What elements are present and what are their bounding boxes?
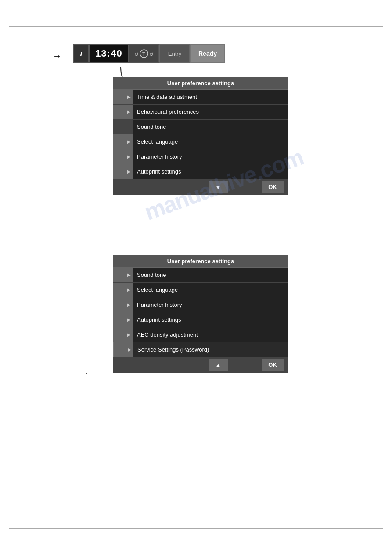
menu1-item-autoprint-btn[interactable]: ▶	[113, 164, 133, 179]
menu1-item-time-btn[interactable]: ▶	[113, 90, 133, 104]
chevron-right-icon: ▶	[128, 347, 131, 352]
menu1-item-time[interactable]: ▶ Time & date adjustment	[113, 90, 288, 105]
chevron-right-icon: ▶	[127, 139, 131, 144]
chevron-right-icon: ▶	[127, 317, 131, 322]
menu2-item-service-settings-btn[interactable]: ▶	[114, 342, 133, 357]
arrow-status: →	[53, 51, 61, 61]
chevron-right-icon: ▶	[127, 332, 131, 337]
menu2-scroll-up-button[interactable]: ▲	[209, 359, 228, 371]
menu2-item-service-settings-label: Service Settings (Password)	[133, 346, 288, 353]
chevron-right-icon: ▶	[127, 169, 131, 174]
menu1-item-time-label: Time & date adjustment	[133, 94, 288, 100]
status-bar-entry: Entry	[159, 44, 190, 63]
chevron-right-icon: ▶	[127, 302, 131, 307]
menu2-item-aec-btn[interactable]: ▶	[113, 327, 133, 342]
menu-container-1: User preference settings ▶ Time & date a…	[113, 77, 288, 195]
chevron-right-icon: ▶	[127, 109, 131, 114]
menu2-item-language-label: Select language	[133, 287, 288, 293]
menu2-item-language-btn[interactable]: ▶	[113, 283, 133, 297]
menu2-item-soundtone-label: Sound tone	[133, 272, 288, 278]
menu1-item-soundtone[interactable]: Sound tone	[113, 120, 288, 134]
chevron-right-icon: ▶	[127, 272, 131, 277]
menu2-item-language[interactable]: ▶ Select language	[113, 283, 288, 297]
menu1-ok-button[interactable]: OK	[262, 181, 284, 193]
status-bar: i 13:40 ↺ T ↺ Entry Ready	[73, 44, 225, 63]
status-bar-ready: Ready	[190, 44, 225, 63]
status-bar-icons: ↺ T ↺	[129, 44, 159, 63]
menu1-item-language[interactable]: ▶ Select language	[113, 134, 288, 149]
menu2-item-service-settings[interactable]: ▶ Service Settings (Password)	[113, 342, 288, 357]
menu2-item-aec[interactable]: ▶ AEC density adjustment	[113, 327, 288, 342]
menu2-item-autoprint-btn[interactable]: ▶	[113, 312, 133, 327]
menu2-item-soundtone[interactable]: ▶ Sound tone	[113, 268, 288, 283]
svg-text:↺: ↺	[134, 51, 139, 58]
menu1-item-soundtone-btn	[113, 120, 133, 134]
menu1-title: User preference settings	[113, 77, 288, 90]
arrow-service: →	[80, 368, 89, 378]
status-bar-time: 13:40	[89, 44, 129, 63]
chevron-right-icon: ▶	[127, 94, 131, 99]
svg-text:T: T	[142, 51, 145, 57]
menu1-item-behavioural[interactable]: ▶ Behavioural preferences	[113, 105, 288, 120]
bottom-rule	[9, 528, 383, 529]
menu1-item-param-history-label: Parameter history	[133, 153, 288, 160]
menu1-item-param-history-btn[interactable]: ▶	[113, 149, 133, 164]
menu2-item-autoprint[interactable]: ▶ Autoprint settings	[113, 312, 288, 327]
menu2-item-param-history-label: Parameter history	[133, 301, 288, 308]
menu2-item-param-history[interactable]: ▶ Parameter history	[113, 297, 288, 312]
menu1-item-behavioural-btn[interactable]: ▶	[113, 105, 133, 119]
menu1-item-soundtone-label: Sound tone	[133, 123, 288, 130]
menu1-footer: ▼ OK	[113, 179, 288, 195]
status-bar-i: i	[73, 44, 89, 63]
menu1-item-param-history[interactable]: ▶ Parameter history	[113, 149, 288, 164]
menu2-title: User preference settings	[113, 255, 288, 268]
menu1-item-language-btn[interactable]: ▶	[113, 134, 133, 149]
svg-text:↺: ↺	[149, 51, 154, 58]
menu1-item-language-label: Select language	[133, 138, 288, 145]
menu2-footer: ▲ OK	[113, 357, 288, 373]
menu1-scroll-down-button[interactable]: ▼	[209, 181, 228, 193]
menu1-item-autoprint-label: Autoprint settings	[133, 168, 288, 175]
menu1-item-behavioural-label: Behavioural preferences	[133, 109, 288, 115]
top-rule	[9, 26, 383, 27]
menu1-item-autoprint[interactable]: ▶ Autoprint settings	[113, 164, 288, 179]
menu2-item-autoprint-label: Autoprint settings	[133, 316, 288, 323]
status-icons-svg: ↺ T ↺	[133, 47, 155, 60]
chevron-right-icon: ▶	[127, 287, 131, 292]
menu2-item-soundtone-btn[interactable]: ▶	[113, 268, 133, 282]
menu-container-2: User preference settings ▶ Sound tone ▶ …	[113, 255, 288, 373]
menu2-ok-button[interactable]: OK	[262, 359, 284, 371]
menu2-item-aec-label: AEC density adjustment	[133, 331, 288, 338]
chevron-right-icon: ▶	[127, 154, 131, 159]
menu2-item-param-history-btn[interactable]: ▶	[113, 297, 133, 312]
